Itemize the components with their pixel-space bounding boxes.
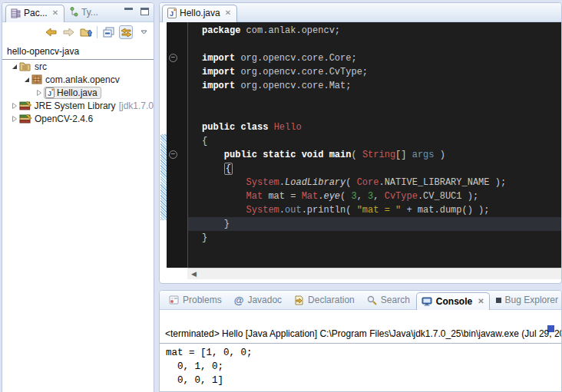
code-line: import org.opencv.core.CvType; xyxy=(188,65,561,79)
code-line: import org.opencv.core.Mat; xyxy=(188,79,561,93)
search-icon xyxy=(367,295,377,305)
project-tree: hello-opencv-java src com xyxy=(2,42,154,125)
tab-search[interactable]: Search xyxy=(361,295,416,305)
console-status-line: <terminated> Hello [Java Application] C:… xyxy=(165,328,561,341)
svg-text:J: J xyxy=(48,89,51,97)
svg-text:J: J xyxy=(170,10,174,18)
tree-item-opencv-library[interactable]: OpenCV-2.4.6 xyxy=(2,112,154,125)
tab-package-explorer-close-icon[interactable]: ✕ xyxy=(51,9,58,17)
console-panel: Problems @ Javadoc Declaration Search xyxy=(159,290,562,392)
tree-item-jre-label: JRE System Library xyxy=(35,100,116,111)
tree-item-jre-library[interactable]: JRE System Library [jdk1.7.0 xyxy=(2,99,154,112)
tab-problems-label: Problems xyxy=(183,295,222,305)
console-output[interactable]: mat = [1, 0, 0; 0, 1, 0; 0, 0, 1] xyxy=(166,346,561,387)
editor-tab-close-icon[interactable]: ✕ xyxy=(223,9,231,17)
declaration-icon xyxy=(294,295,304,305)
folder-up-icon xyxy=(80,27,92,38)
package-explorer-icon xyxy=(11,8,21,18)
minimize-icon[interactable] xyxy=(124,8,133,15)
back-arrow-icon xyxy=(45,28,57,37)
go-up-button[interactable] xyxy=(79,25,93,39)
maximize-icon[interactable] xyxy=(140,8,149,15)
status-separator xyxy=(160,343,561,344)
chevron-down-icon xyxy=(140,30,147,35)
bug-explorer-icon xyxy=(496,298,501,303)
tab-console-label: Console xyxy=(436,296,472,307)
code-line: System.LoadLibrary( Core.NATIVE_LIBRARY_… xyxy=(188,176,561,189)
editor-tab-hello-java[interactable]: J Hello.java ✕ xyxy=(162,5,237,22)
tab-declaration-label: Declaration xyxy=(308,295,355,305)
toolbar-separator xyxy=(97,26,98,38)
code-line: import org.opencv.core.Core; xyxy=(188,51,561,65)
package-explorer-panel: Pac... ✕ Ty... xyxy=(2,2,154,392)
console-output-line: mat = [1, 0, 0; xyxy=(166,346,561,360)
tree-item-src[interactable]: src xyxy=(2,60,154,73)
collapse-all-button[interactable] xyxy=(101,25,115,39)
explorer-tabbar: Pac... ✕ Ty... xyxy=(2,3,154,22)
tab-type-hierarchy-label: Ty... xyxy=(81,7,98,18)
expanded-arrow-icon[interactable] xyxy=(24,77,31,83)
tree-item-src-label: src xyxy=(35,61,47,72)
tree-item-jre-detail: [jdk1.7.0 xyxy=(119,100,154,111)
java-file-icon: J xyxy=(45,87,55,98)
tab-console-close-icon[interactable]: ✕ xyxy=(476,298,484,305)
tab-type-hierarchy[interactable]: Ty... xyxy=(64,5,104,21)
console-icon xyxy=(422,297,432,306)
forward-arrow-icon xyxy=(63,28,74,37)
horizontal-scrollbar[interactable]: ◀ xyxy=(187,268,561,279)
tab-search-label: Search xyxy=(381,295,410,305)
editor-tabbar: J Hello.java ✕ xyxy=(160,3,561,22)
java-file-icon: J xyxy=(167,8,177,18)
tree-item-package[interactable]: com.anlak.opencv xyxy=(2,73,154,86)
tab-problems[interactable]: Problems xyxy=(163,295,228,305)
console-output-line: 0, 0, 1] xyxy=(166,374,561,387)
fold-collapse-icon[interactable]: − xyxy=(169,54,177,62)
tab-bug-explorer-label: Bug Explorer xyxy=(505,295,558,305)
code-line xyxy=(188,107,561,120)
tab-declaration[interactable]: Declaration xyxy=(288,295,361,305)
library-icon xyxy=(19,101,31,110)
expanded-arrow-icon[interactable] xyxy=(12,64,19,70)
code-line: { xyxy=(188,162,561,176)
tab-console[interactable]: Console ✕ xyxy=(416,292,490,310)
fold-collapse-icon[interactable]: − xyxy=(169,150,177,159)
console-tabbar: Problems @ Javadoc Declaration Search xyxy=(160,291,561,310)
code-lines: package com.anlak.opencv;import org.open… xyxy=(188,24,561,245)
code-line: public class Hello xyxy=(188,120,561,134)
code-line: } xyxy=(188,217,561,231)
tree-item-hello-java[interactable]: J Hello.java xyxy=(2,86,154,99)
javadoc-icon: @ xyxy=(234,295,244,306)
code-line: } xyxy=(188,231,561,245)
code-editor[interactable]: package com.anlak.opencv;import org.open… xyxy=(160,22,561,268)
explorer-window-buttons xyxy=(124,8,149,15)
tab-javadoc-label: Javadoc xyxy=(247,295,282,305)
problems-icon xyxy=(169,295,179,305)
tab-bug-explorer[interactable]: Bug Explorer xyxy=(490,295,562,305)
code-line xyxy=(188,38,561,51)
source-folder-icon xyxy=(19,61,31,71)
tab-javadoc[interactable]: @ Javadoc xyxy=(228,295,288,306)
editor-frame xyxy=(160,268,187,279)
editor-tab-label: Hello.java xyxy=(180,8,220,18)
explorer-toolbar xyxy=(2,22,154,42)
back-button[interactable] xyxy=(44,25,58,39)
code-line: { xyxy=(188,134,561,148)
collapsed-arrow-icon[interactable] xyxy=(12,116,19,122)
tree-item-project[interactable]: hello-opencv-java xyxy=(2,44,154,60)
tree-item-package-label: com.anlak.opencv xyxy=(45,74,120,85)
code-line: System.out.println( "mat = " + mat.dump(… xyxy=(188,203,561,217)
view-menu-button[interactable] xyxy=(137,25,150,39)
eclipse-ide-window: { "explorer": { "tabs": [ { "label": "Pa… xyxy=(0,0,562,392)
type-hierarchy-icon xyxy=(69,7,78,17)
package-icon xyxy=(31,74,42,84)
scroll-left-arrow-icon[interactable]: ◀ xyxy=(187,270,197,278)
tree-item-opencv-label: OpenCV-2.4.6 xyxy=(35,114,93,124)
forward-button[interactable] xyxy=(61,25,75,39)
code-line xyxy=(188,93,561,107)
code-line: package com.anlak.opencv; xyxy=(188,24,561,38)
editor-panel: J Hello.java ✕ package com.anlak.opencv;… xyxy=(159,2,562,284)
link-with-editor-button[interactable] xyxy=(119,25,133,39)
collapsed-arrow-icon[interactable] xyxy=(36,90,44,96)
tab-package-explorer[interactable]: Pac... ✕ xyxy=(5,5,64,22)
collapsed-arrow-icon[interactable] xyxy=(12,103,19,109)
